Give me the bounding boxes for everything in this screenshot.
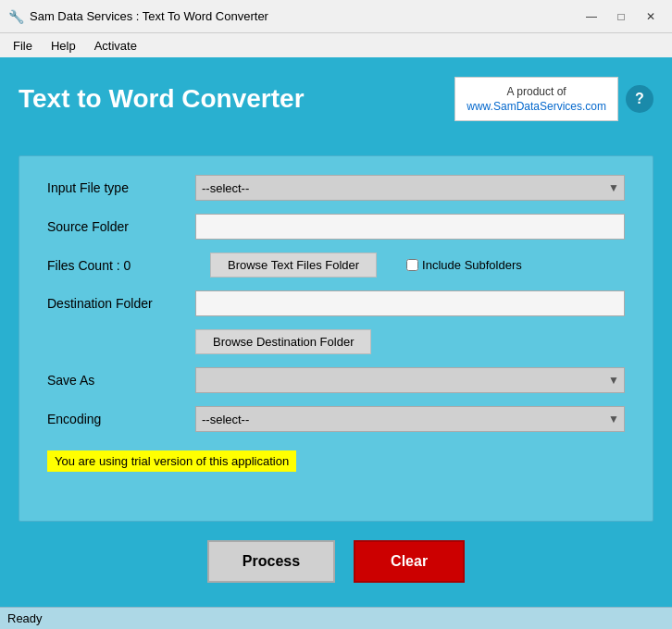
minimize-button[interactable]: — — [578, 7, 605, 26]
files-count-label: Files Count : 0 — [47, 258, 195, 273]
destination-folder-input[interactable] — [195, 290, 625, 316]
input-file-type-row: Input File type --select-- ▼ — [47, 175, 625, 201]
encoding-label: Encoding — [47, 412, 195, 426]
trial-notice-text: You are using trial version of this appl… — [47, 450, 296, 472]
browse-destination-row: Browse Destination Folder — [47, 329, 625, 354]
save-as-label: Save As — [47, 373, 195, 388]
product-link[interactable]: www.SamDataServices.com — [467, 100, 606, 113]
include-subfolders-label[interactable]: Include Subfolders — [406, 258, 522, 272]
browse-destination-button[interactable]: Browse Destination Folder — [195, 329, 371, 354]
menu-activate[interactable]: Activate — [85, 37, 146, 55]
include-subfolders-text: Include Subfolders — [422, 258, 522, 272]
save-as-row: Save As ▼ — [47, 367, 625, 393]
browse-text-files-row: Files Count : 0 Browse Text Files Folder… — [47, 253, 625, 278]
destination-folder-label: Destination Folder — [47, 296, 195, 311]
process-button[interactable]: Process — [207, 540, 335, 583]
app-header: Text to Word Converter A product of www.… — [0, 57, 672, 141]
main-area: Input File type --select-- ▼ Source Fold… — [0, 141, 672, 607]
browse-text-files-button[interactable]: Browse Text Files Folder — [210, 253, 377, 278]
menu-help[interactable]: Help — [42, 37, 85, 55]
app-icon: 🔧 — [7, 8, 24, 25]
status-bar: Ready — [0, 607, 672, 629]
source-folder-input[interactable] — [195, 214, 625, 240]
input-file-type-wrapper: --select-- ▼ — [195, 175, 625, 201]
menu-bar: File Help Activate — [0, 33, 672, 57]
save-as-select[interactable] — [195, 367, 625, 393]
encoding-select[interactable]: --select-- — [195, 406, 625, 432]
help-button[interactable]: ? — [626, 85, 653, 113]
save-as-wrapper: ▼ — [195, 367, 625, 393]
status-text: Ready — [7, 611, 43, 625]
maximize-button[interactable]: □ — [607, 7, 635, 26]
encoding-row: Encoding --select-- ▼ — [47, 406, 625, 432]
app-title: Text to Word Converter — [19, 84, 454, 114]
destination-folder-row: Destination Folder — [47, 290, 625, 316]
input-file-type-label: Input File type — [47, 180, 195, 195]
form-panel: Input File type --select-- ▼ Source Fold… — [19, 155, 653, 522]
product-of-label: A product of — [467, 85, 606, 98]
product-info-box: A product of www.SamDataServices.com — [454, 77, 618, 121]
include-subfolders-checkbox[interactable] — [406, 259, 418, 271]
input-file-type-select[interactable]: --select-- — [195, 175, 625, 201]
window-controls: — □ ✕ — [578, 7, 665, 26]
close-button[interactable]: ✕ — [637, 7, 665, 26]
title-bar: 🔧 Sam Data Services : Text To Word Conve… — [0, 0, 672, 33]
trial-notice: You are using trial version of this appl… — [47, 445, 625, 472]
bottom-buttons: Process Clear — [19, 531, 653, 592]
source-folder-row: Source Folder — [47, 214, 625, 240]
encoding-wrapper: --select-- ▼ — [195, 406, 625, 432]
window-title: Sam Data Services : Text To Word Convert… — [30, 9, 578, 23]
menu-file[interactable]: File — [4, 37, 42, 55]
clear-button[interactable]: Clear — [354, 540, 465, 583]
source-folder-label: Source Folder — [47, 219, 195, 234]
